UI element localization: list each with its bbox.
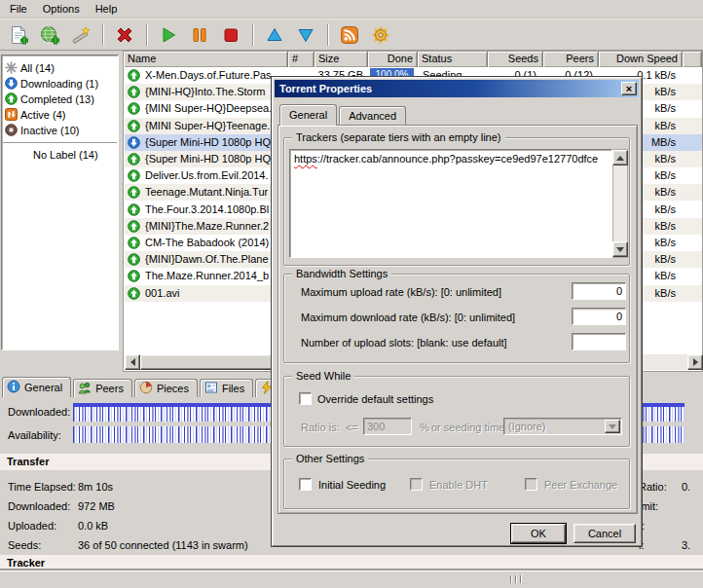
sidebar-item-label: No Label (14) xyxy=(33,149,98,161)
cancel-label: Cancel xyxy=(588,528,621,539)
torrent-name: {MINI-HQ}Into.The.Storm xyxy=(145,86,265,97)
seeding-status-icon xyxy=(128,220,140,233)
torrent-name: {MINI Super-HQ}Teenage. xyxy=(145,120,270,131)
rss-downloader-button[interactable] xyxy=(337,22,362,48)
menu-options[interactable]: Options xyxy=(35,1,88,18)
stop-button[interactable] xyxy=(218,22,243,48)
initial-seeding-label: Initial Seeding xyxy=(318,479,386,491)
scroll-right-button[interactable] xyxy=(687,354,703,370)
tab-advanced[interactable]: Advanced xyxy=(339,106,406,125)
list-header: Name#SizeDoneStatusSeedsPeersDown Speed xyxy=(124,52,702,67)
torrent-name: CM-The Babadook (2014) xyxy=(145,237,269,248)
tab-label: General xyxy=(289,109,327,121)
sidebar-item-all[interactable]: All (14) xyxy=(2,60,118,76)
move-up-button[interactable] xyxy=(262,22,287,48)
menubar: FileOptionsHelp xyxy=(0,0,703,18)
sidebar-item-active[interactable]: Active (4) xyxy=(2,107,118,123)
start-button[interactable] xyxy=(156,22,181,48)
dialog-close-button[interactable]: × xyxy=(621,82,637,95)
preferences-button[interactable] xyxy=(368,22,393,48)
close-icon: × xyxy=(626,84,632,94)
ratio-input[interactable]: 300 xyxy=(363,418,412,435)
grip-line xyxy=(510,575,512,583)
tab-peers[interactable]: Peers xyxy=(73,379,132,397)
peer-exchange-checkbox[interactable] xyxy=(525,478,537,491)
right-stat-value-fragment: 3. xyxy=(682,539,690,551)
torrent-name: {MINI}The.Maze.Runner.2 xyxy=(145,220,269,232)
column-header-size[interactable]: Size xyxy=(314,52,368,67)
inactive-icon xyxy=(5,124,18,138)
category-sidebar: All (14)Downloading (1)Completed (13)Act… xyxy=(1,55,119,350)
column-header-done[interactable]: Done xyxy=(368,52,418,67)
seeding-status-icon xyxy=(128,102,140,115)
transfer-stat-value: 0.0 kB xyxy=(78,520,108,532)
column-header-seeds[interactable]: Seeds xyxy=(488,52,543,67)
sidebar-item-no-label[interactable]: No Label (14) xyxy=(2,147,118,163)
tab-files[interactable]: Files xyxy=(200,379,253,397)
scroll-left-button[interactable] xyxy=(125,354,140,370)
dialog-titlebar[interactable]: Torrent Properties xyxy=(275,80,639,97)
torrent-name: 001.avi xyxy=(145,287,179,299)
chevron-down-icon xyxy=(609,424,616,433)
seeding-time-dropdown[interactable]: (Ignore) xyxy=(503,418,622,435)
torrent-name: {MINI Super-HQ}Deepsea. xyxy=(145,102,272,114)
lte-label: <= xyxy=(346,422,358,433)
menu-help[interactable]: Help xyxy=(88,1,126,18)
pause-button[interactable] xyxy=(187,22,212,48)
torrent-name: Deliver.Us.from.Evil.2014. xyxy=(145,169,269,181)
gear-icon xyxy=(371,25,390,45)
menu-file[interactable]: File xyxy=(2,1,35,18)
torrent-name: The.Maze.Runner.2014_b xyxy=(145,270,269,281)
torrent-name: Teenage.Mutant.Ninja.Tur xyxy=(145,186,268,198)
move-down-button[interactable] xyxy=(293,22,318,48)
trackers-textarea[interactable]: https://tracker.cab/announce.php?passkey… xyxy=(289,149,612,258)
grip-line xyxy=(520,575,522,583)
column-header-status[interactable]: Status xyxy=(418,52,488,67)
column-header-#[interactable]: # xyxy=(288,52,314,67)
other-settings-group-label: Other Settings xyxy=(292,453,368,464)
peers-icon xyxy=(78,381,92,396)
seeding-status-icon xyxy=(128,186,140,199)
column-header-down-speed[interactable]: Down Speed xyxy=(599,52,683,67)
create-torrent-button[interactable] xyxy=(68,22,93,48)
tab-general[interactable]: General xyxy=(279,104,337,126)
torrent-name: The.Four.3.2014.1080p.Bl xyxy=(145,203,269,215)
transfer-stat-value: 36 of 50 connected (1143 in swarm) xyxy=(78,539,248,551)
enable-dht-checkbox[interactable] xyxy=(410,478,423,491)
transfer-stat-label: Uploaded: xyxy=(8,520,56,532)
add-torrent-button[interactable] xyxy=(6,22,31,48)
trackers-scrollbar[interactable] xyxy=(612,149,628,258)
sidebar-item-completed[interactable]: Completed (13) xyxy=(2,92,118,107)
cancel-button[interactable]: Cancel xyxy=(574,524,636,543)
sidebar-item-inactive[interactable]: Inactive (10) xyxy=(2,123,118,138)
sidebar-item-label: All (14) xyxy=(20,62,55,74)
column-header-peers[interactable]: Peers xyxy=(543,52,599,67)
dialog-title: Torrent Properties xyxy=(279,83,372,94)
override-default-checkbox[interactable] xyxy=(299,392,312,405)
sidebar-item-label: Active (4) xyxy=(20,109,65,121)
dropdown-button[interactable] xyxy=(605,420,620,433)
initial-seeding-checkbox[interactable] xyxy=(299,478,312,491)
remove-torrent-button[interactable] xyxy=(112,22,137,48)
tab-pieces[interactable]: Pieces xyxy=(134,379,198,397)
tab-label: Pieces xyxy=(157,383,189,394)
tracker-url-prefix: https xyxy=(294,153,317,165)
add-from-url-button[interactable] xyxy=(37,22,62,48)
sidebar-separator xyxy=(3,142,117,144)
bottom-scrollbar[interactable] xyxy=(0,570,703,586)
ok-button[interactable]: OK xyxy=(511,524,566,543)
category-list: All (14)Downloading (1)Completed (13)Act… xyxy=(2,60,118,138)
column-header-name[interactable]: Name xyxy=(124,52,288,67)
sidebar-item-downloading[interactable]: Downloading (1) xyxy=(2,76,118,92)
scroll-down-button[interactable] xyxy=(612,241,628,257)
add-torrent-icon xyxy=(9,25,28,45)
tab-label: General xyxy=(24,382,62,393)
max-upload-input[interactable]: 0 xyxy=(572,282,626,300)
upload-slots-input[interactable] xyxy=(572,333,626,350)
tab-general[interactable]: General xyxy=(2,377,71,397)
availability-bar-label: Availability: xyxy=(8,429,61,441)
seed-while-group: Seed While xyxy=(283,376,630,447)
max-download-input[interactable]: 0 xyxy=(572,308,626,325)
enable-dht-label: Enable DHT xyxy=(429,479,488,491)
scroll-up-button[interactable] xyxy=(612,150,628,165)
